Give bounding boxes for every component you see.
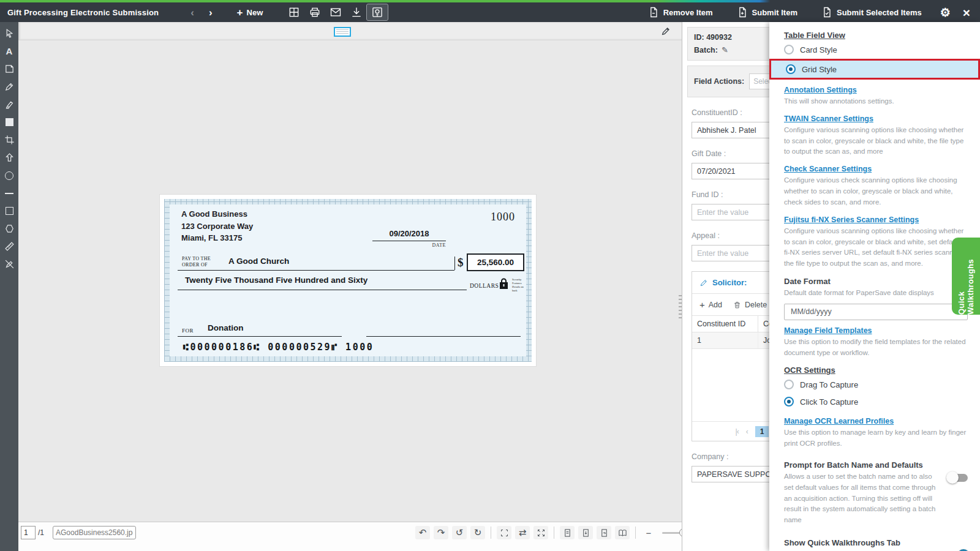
two-page-view-button[interactable] <box>615 526 630 539</box>
arrow-tool-button[interactable] <box>2 152 16 163</box>
fund-id-field[interactable] <box>692 204 769 220</box>
check-scanner-settings-link[interactable]: Check Scanner Settings <box>784 165 872 173</box>
ocr-settings-heading: OCR Settings <box>784 365 968 375</box>
check-document-image[interactable]: A Good Business 123 Corporate Way Miami,… <box>160 195 536 366</box>
submit-selected-icon <box>821 6 833 18</box>
rectangle-tool-button[interactable] <box>2 206 16 216</box>
scan-capture-button[interactable] <box>367 4 388 20</box>
item-id-label: ID: 490932 <box>694 33 769 42</box>
select-tool-button[interactable] <box>2 28 16 39</box>
page-thumbnail-selected[interactable] <box>334 27 351 37</box>
page-scroll-view-button[interactable] <box>578 526 593 539</box>
submit-selected-items-button[interactable]: Submit Selected Items <box>817 4 925 21</box>
drag-to-capture-label: Drag To Capture <box>800 380 858 389</box>
solicitor-header[interactable]: Solicitor: <box>692 272 769 294</box>
check-amount-words: Twenty Five Thousand Five Hundred and Si… <box>185 276 368 285</box>
field-actions-select[interactable] <box>749 73 769 89</box>
fujitsu-scanner-settings-link[interactable]: Fujitsu fi-NX Series Scanner Settings <box>784 216 919 224</box>
add-label: Add <box>709 301 722 309</box>
date-format-select[interactable]: MM/dd/yyyy <box>784 304 968 320</box>
filled-rectangle-tool-button[interactable] <box>2 117 16 127</box>
prompt-batch-toggle[interactable] <box>948 474 968 482</box>
zoom-out-button[interactable]: − <box>641 526 656 539</box>
close-button[interactable]: × <box>959 4 974 21</box>
scanner-icon <box>371 6 383 18</box>
pager-prev-button[interactable]: ‹ <box>746 427 748 436</box>
solicitor-col-constituent-name[interactable]: Con <box>758 316 769 332</box>
twain-scanner-settings-link[interactable]: TWAIN Scanner Settings <box>784 114 873 123</box>
solicitor-col-constituent-id[interactable]: Constituent ID <box>692 316 758 332</box>
rotate-left-button[interactable]: ↺ <box>452 526 467 539</box>
text-tool-button[interactable]: A <box>2 46 16 56</box>
drag-to-capture-radio[interactable] <box>784 380 794 389</box>
edit-pencil-icon[interactable] <box>661 26 671 36</box>
pen-tool-button[interactable] <box>2 81 16 92</box>
actual-size-button[interactable] <box>533 526 548 539</box>
hide-annotations-button[interactable] <box>2 259 16 269</box>
email-button[interactable] <box>325 4 346 20</box>
click-to-capture-option[interactable]: Click To Capture <box>784 397 968 407</box>
crop-tool-button[interactable] <box>2 135 16 145</box>
page-turn-icon <box>600 528 609 538</box>
page-title: Gift Processing Electronic Submission <box>7 8 159 17</box>
solicitor-table-row[interactable]: 1 Jose <box>692 332 769 349</box>
check-words-line <box>178 290 467 290</box>
page-number-input[interactable] <box>21 526 36 539</box>
solicitor-add-button[interactable]: + Add <box>699 299 722 310</box>
pager-current-page[interactable]: 1 <box>755 426 769 437</box>
new-button[interactable]: + New <box>233 5 267 20</box>
gift-date-field[interactable] <box>692 163 769 179</box>
drag-to-capture-option[interactable]: Drag To Capture <box>784 380 968 389</box>
filename-input[interactable] <box>53 526 136 539</box>
ellipse-tool-button[interactable] <box>2 170 16 181</box>
viewer-bottom-toolbar: /1 ↶ ↷ ↺ ↻ ⇄ − + <box>18 522 682 551</box>
batch-edit-pencil-icon[interactable]: ✎ <box>722 45 728 54</box>
manage-field-templates-link[interactable]: Manage Field Templates <box>784 326 872 335</box>
fit-width-button[interactable]: ⇄ <box>515 526 530 539</box>
constituent-id-field[interactable] <box>692 122 769 138</box>
remove-item-button[interactable]: Remove Item <box>644 4 717 21</box>
filled-square-icon <box>6 118 13 126</box>
appeal-field[interactable] <box>692 245 769 261</box>
note-tool-button[interactable] <box>2 64 16 74</box>
grid-style-option-highlighted[interactable]: Grid Style <box>769 59 980 80</box>
settings-button[interactable]: ⚙ <box>937 4 954 21</box>
rotate-right-button[interactable]: ↻ <box>470 526 485 539</box>
grid-view-button[interactable] <box>284 4 304 20</box>
settings-flyout: Table Field View Card Style Grid Style A… <box>769 22 980 551</box>
fit-page-button[interactable] <box>497 526 511 539</box>
submit-item-button[interactable]: Submit Item <box>733 4 801 21</box>
check-payto-label: PAY TO THE ORDER OF <box>182 256 211 269</box>
check-signature-line <box>366 336 521 337</box>
annotation-settings-link[interactable]: Annotation Settings <box>784 86 857 94</box>
printer-icon <box>309 6 321 18</box>
date-format-desc: Default date format for PaperSave date d… <box>784 288 968 299</box>
polygon-tool-button[interactable] <box>2 223 16 234</box>
gift-date-label: Gift Date : <box>692 149 769 158</box>
download-button[interactable] <box>346 4 367 20</box>
single-page-view-button[interactable] <box>560 526 575 539</box>
check-payer-name: A Good Business <box>181 208 253 220</box>
manage-ocr-profiles-link[interactable]: Manage OCR Learned Profiles <box>784 417 894 425</box>
print-button[interactable] <box>304 4 325 20</box>
line-tool-button[interactable] <box>2 188 16 198</box>
page-flip-view-button[interactable] <box>597 526 611 539</box>
click-to-capture-radio[interactable] <box>784 397 794 407</box>
quick-walkthroughs-tab[interactable]: Quick Walkthroughs <box>952 238 980 315</box>
card-style-option[interactable]: Card Style <box>784 45 968 54</box>
company-field[interactable] <box>692 466 769 482</box>
solicitor-cell-name: Jose <box>758 332 769 348</box>
undo-button[interactable]: ↶ <box>415 526 430 539</box>
ruler-tool-button[interactable] <box>2 241 16 252</box>
highlighter-tool-button[interactable] <box>2 99 16 110</box>
solicitor-cell-id: 1 <box>692 332 758 348</box>
solicitor-delete-button[interactable]: Delete <box>733 301 767 309</box>
redo-button[interactable]: ↷ <box>434 526 448 539</box>
check-security-note: Security Features Details on back <box>512 278 524 293</box>
next-item-button[interactable]: › <box>205 5 216 20</box>
grid-style-radio[interactable] <box>786 64 796 74</box>
rotate-right-icon: ↻ <box>474 527 482 538</box>
card-style-radio[interactable] <box>784 45 794 54</box>
prev-item-button[interactable]: ‹ <box>187 5 198 20</box>
pager-first-button[interactable]: |‹ <box>736 427 739 436</box>
